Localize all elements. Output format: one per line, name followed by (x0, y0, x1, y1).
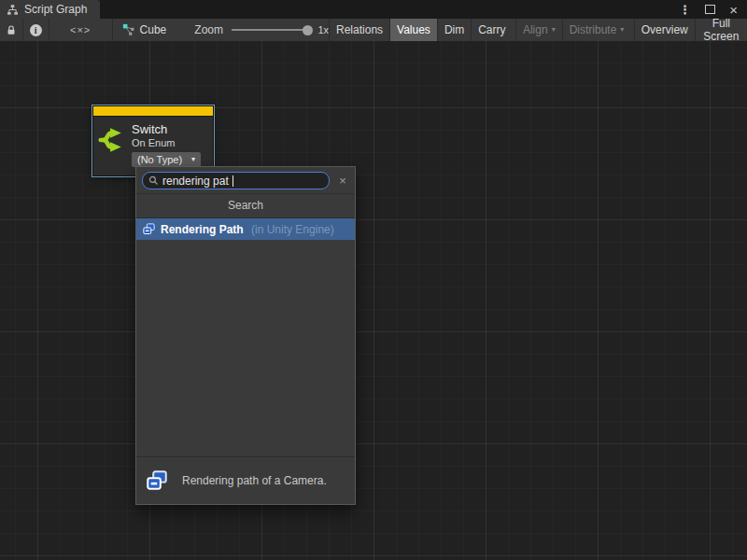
search-input[interactable]: rendering pat (142, 172, 330, 189)
search-query-text: rendering pat (162, 175, 229, 188)
result-description: Rendering path of a Camera. (182, 474, 327, 487)
branch-arrows-icon (97, 126, 125, 154)
result-context: (in Unity Engine) (248, 223, 334, 236)
info-icon: i (30, 24, 42, 36)
graph-owner-label: Cube (140, 23, 167, 36)
tab-bar: Script Graph ⋮ × (0, 0, 747, 19)
graph-toolbar: i <×> Cube Zoom 1x Relat (0, 19, 747, 41)
finder-empty-area (136, 240, 355, 456)
close-icon[interactable]: × (729, 3, 738, 17)
search-icon (148, 175, 159, 186)
maximize-icon[interactable] (705, 5, 715, 14)
relations-button[interactable]: Relations (329, 19, 389, 41)
finder-description-footer: Rendering path of a Camera. (136, 456, 355, 504)
result-name: Rendering Path (161, 223, 244, 236)
zoom-slider-track (232, 29, 309, 31)
graph-hierarchy-icon (7, 4, 19, 16)
node-subtitle: On Enum (132, 136, 201, 149)
chevron-down-icon: ▾ (620, 26, 624, 34)
tab-label: Script Graph (24, 3, 87, 16)
graph-owner-reference[interactable]: Cube (122, 19, 167, 41)
text-caret (233, 175, 233, 187)
switch-node-text: Switch On Enum (No Type) ▾ (132, 122, 201, 167)
info-button[interactable]: i (22, 19, 48, 41)
align-dropdown-button[interactable]: Align ▾ (515, 19, 562, 41)
finder-search-row: rendering pat × (136, 167, 355, 194)
separator (112, 19, 113, 41)
fuzzy-finder-popup: rendering pat × Search Rendering Path (i… (135, 166, 356, 505)
fullscreen-button[interactable]: Full Screen (695, 19, 747, 41)
values-button[interactable]: Values (389, 19, 437, 41)
clear-search-icon[interactable]: × (337, 174, 348, 188)
finder-section-header: Search (136, 194, 355, 218)
switch-node-header (93, 106, 213, 117)
type-dropdown[interactable]: (No Type) ▾ (132, 152, 201, 167)
lock-button[interactable] (0, 19, 22, 41)
type-dropdown-label: (No Type) (137, 154, 182, 165)
node-title: Switch (132, 122, 201, 136)
zoom-slider[interactable] (232, 19, 309, 41)
chevron-down-icon: ▾ (552, 26, 556, 34)
carry-button[interactable]: Carry (471, 19, 512, 41)
overview-button[interactable]: Overview (634, 19, 695, 41)
graph-node-icon (122, 23, 135, 36)
chevron-down-icon: ▾ (191, 156, 195, 163)
unity-script-graph-window: Script Graph ⋮ × i <×> (0, 0, 747, 560)
graph-canvas[interactable]: Switch On Enum (No Type) ▾ (0, 41, 747, 560)
result-row-rendering-path[interactable]: Rendering Path (in Unity Engine) (136, 218, 355, 240)
lock-icon (6, 24, 17, 36)
zoom-slider-handle[interactable] (303, 25, 313, 35)
dim-button[interactable]: Dim (437, 19, 471, 41)
distribute-dropdown-button[interactable]: Distribute ▾ (562, 19, 631, 41)
code-preview-button[interactable]: <×> (49, 19, 112, 41)
window-controls: ⋮ × (679, 0, 747, 19)
code-icon: <×> (70, 24, 91, 35)
tab-script-graph[interactable]: Script Graph (0, 0, 100, 19)
toolbar-button-group: Relations Values Dim Carry Align ▾ Distr… (329, 19, 747, 41)
enum-icon (142, 222, 156, 236)
enum-icon (145, 469, 169, 493)
zoom-value: 1x (317, 19, 329, 41)
window-menu-icon[interactable]: ⋮ (679, 4, 691, 16)
zoom-label: Zoom (194, 19, 223, 41)
